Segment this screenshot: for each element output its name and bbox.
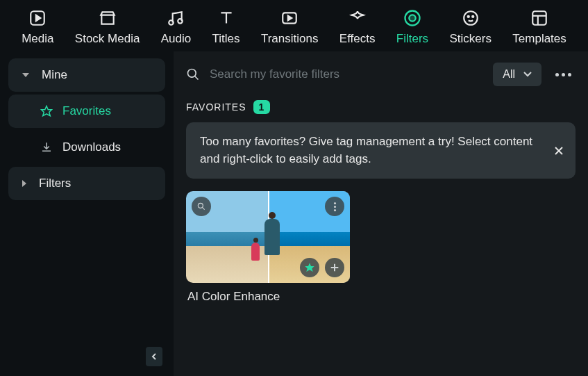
stickers-icon (461, 8, 480, 28)
svg-point-9 (467, 16, 469, 17)
dot-icon (568, 73, 571, 76)
nav-titles[interactable]: Titles (212, 8, 240, 46)
audio-icon (166, 8, 185, 28)
count-badge: 1 (253, 100, 271, 114)
sidebar-item-favorites[interactable]: Favorites (8, 95, 165, 128)
tip-text: Too many favorites? Give tag management … (200, 135, 532, 165)
svg-marker-1 (36, 15, 41, 22)
nav-label: Media (22, 32, 53, 46)
section-title: FAVORITES (186, 101, 246, 113)
nav-label: Templates (512, 32, 566, 46)
svg-point-8 (464, 11, 478, 25)
nav-stock-media[interactable]: Stock Media (75, 8, 140, 46)
collapse-sidebar-button[interactable] (146, 347, 162, 366)
star-icon (40, 105, 53, 117)
nav-label: Stickers (449, 32, 491, 46)
search-icon (186, 67, 200, 81)
close-tip-button[interactable] (552, 144, 566, 158)
nav-audio[interactable]: Audio (161, 8, 191, 46)
svg-point-15 (188, 70, 196, 78)
tip-banner: Too many favorites? Give tag management … (186, 122, 576, 179)
nav-label: Effects (339, 32, 376, 46)
filters-icon (403, 8, 422, 28)
sidebar-item-downloads[interactable]: Downloads (8, 131, 165, 164)
dropdown-label: All (503, 68, 515, 81)
nav-effects[interactable]: Effects (339, 8, 376, 46)
filter-card[interactable]: AI Color Enhance (186, 191, 350, 311)
nav-stickers[interactable]: Stickers (449, 8, 491, 46)
nav-label: Stock Media (75, 32, 140, 46)
nav-label: Filters (396, 32, 428, 46)
sidebar-label: Favorites (62, 104, 111, 118)
download-icon (40, 141, 53, 154)
transitions-icon (280, 8, 299, 28)
svg-point-7 (409, 15, 415, 21)
nav-label: Titles (212, 32, 240, 46)
nav-templates[interactable]: Templates (512, 8, 566, 46)
sidebar-group-filters[interactable]: Filters (8, 167, 165, 200)
svg-marker-5 (288, 16, 292, 21)
svg-point-2 (169, 20, 174, 25)
chevron-down-icon (22, 73, 29, 77)
nav-label: Audio (161, 32, 191, 46)
svg-marker-21 (305, 263, 314, 272)
filter-thumbnail (186, 191, 350, 283)
media-icon (28, 8, 47, 28)
sidebar: Mine Favorites Downloads Filters (0, 51, 174, 376)
main-panel: All FAVORITES 1 Too many favorites? Give… (174, 51, 588, 376)
chevron-down-icon (523, 72, 532, 77)
more-options-button[interactable] (551, 69, 576, 81)
dot-icon (562, 73, 565, 76)
star-icon (304, 262, 315, 273)
section-header: FAVORITES 1 (186, 96, 576, 122)
nav-filters[interactable]: Filters (396, 8, 428, 46)
zoom-icon (196, 202, 206, 211)
svg-rect-11 (532, 11, 546, 25)
plus-icon (329, 262, 340, 273)
stock-media-icon (98, 8, 117, 28)
svg-marker-14 (42, 106, 52, 116)
titles-icon (217, 8, 236, 28)
dot-icon (555, 73, 559, 76)
sidebar-label: Mine (42, 68, 67, 82)
close-icon (553, 145, 564, 156)
top-nav: Media Stock Media Audio Titles Transitio… (0, 0, 588, 51)
search-input[interactable] (210, 67, 483, 81)
sidebar-label: Downloads (62, 140, 121, 154)
svg-line-16 (195, 76, 199, 80)
svg-point-10 (472, 16, 473, 17)
svg-line-20 (202, 207, 205, 210)
sidebar-label: Filters (39, 177, 71, 190)
svg-point-3 (178, 19, 183, 24)
nav-label: Transitions (261, 32, 319, 46)
filter-all-dropdown[interactable]: All (493, 63, 541, 86)
nav-transitions[interactable]: Transitions (261, 8, 319, 46)
card-title: AI Color Enhance (186, 283, 350, 311)
nav-media[interactable]: Media (22, 8, 53, 46)
preview-button[interactable] (192, 197, 211, 216)
templates-icon (530, 8, 549, 28)
sidebar-group-mine[interactable]: Mine (8, 58, 165, 92)
effects-icon (348, 8, 367, 28)
chevron-right-icon (22, 180, 26, 187)
